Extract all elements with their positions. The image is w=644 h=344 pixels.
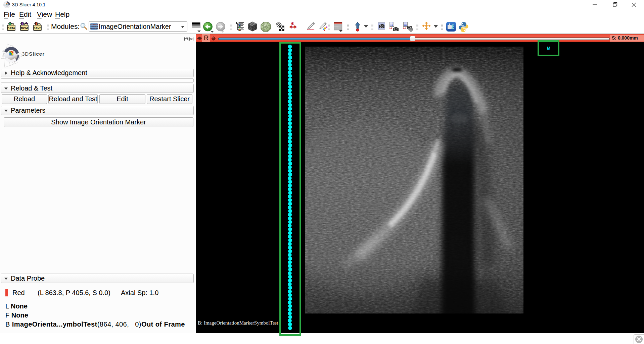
- svg-text:DCM: DCM: [21, 26, 28, 30]
- svg-text:DATA: DATA: [7, 26, 15, 30]
- svg-text:SAVE: SAVE: [34, 26, 42, 30]
- svg-text:Template: Template: [90, 27, 98, 30]
